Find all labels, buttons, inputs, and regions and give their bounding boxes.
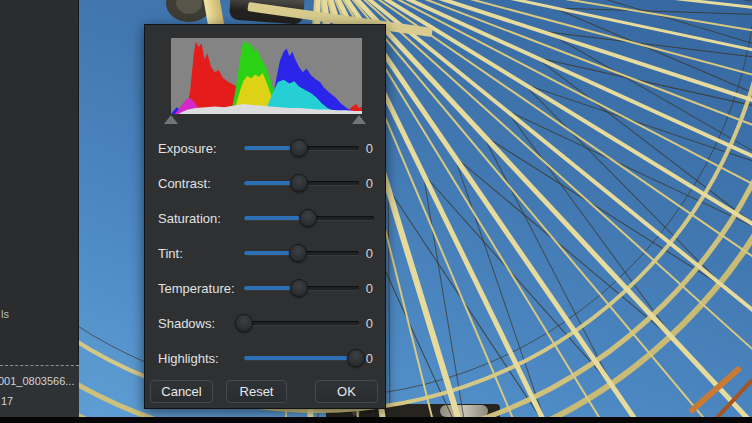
highlights-slider-label: Highlights:	[158, 351, 219, 366]
saturation-slider-knob[interactable]	[299, 209, 317, 227]
contrast-slider-value: 0	[355, 176, 373, 191]
tint-slider[interactable]	[244, 251, 359, 255]
contrast-slider-knob[interactable]	[290, 174, 308, 192]
slider-row-shadows: Shadows:0	[145, 313, 387, 333]
tint-slider-knob[interactable]	[289, 244, 307, 262]
sidebar-partial-label: ls	[1, 308, 9, 320]
exposure-slider-label: Exposure:	[158, 141, 217, 156]
shadows-slider-knob[interactable]	[235, 314, 253, 332]
white-point-handle[interactable]	[352, 115, 366, 124]
contrast-slider[interactable]	[244, 181, 359, 185]
ok-button[interactable]: OK	[315, 380, 378, 403]
cancel-button[interactable]: Cancel	[150, 380, 213, 403]
reset-button[interactable]: Reset	[226, 380, 287, 403]
exposure-slider-knob[interactable]	[290, 139, 308, 157]
slider-row-temperature: Temperature:0	[145, 278, 387, 298]
highlights-slider[interactable]	[244, 356, 359, 360]
contrast-slider-label: Contrast:	[158, 176, 211, 191]
histogram	[171, 38, 362, 114]
sidebar-panel: ls 001_0803566... 17	[0, 0, 79, 417]
exposure-slider[interactable]	[244, 146, 359, 150]
sidebar-file-entry[interactable]: 001_0803566... 17	[0, 365, 79, 417]
file-name: 001_0803566...	[0, 375, 74, 387]
temperature-slider-value: 0	[355, 281, 373, 296]
highlights-slider-fill	[244, 356, 356, 360]
saturation-slider-label: Saturation:	[158, 211, 221, 226]
shadows-slider-value: 0	[355, 316, 373, 331]
window-bottom-edge	[0, 417, 752, 423]
shadows-slider[interactable]	[244, 321, 359, 325]
shadows-slider-label: Shadows:	[158, 316, 215, 331]
app-window: ls 001_0803566... 17 Exposure:0Contrast:…	[0, 0, 752, 423]
tint-slider-value: 0	[355, 246, 373, 261]
temperature-slider-knob[interactable]	[290, 279, 308, 297]
slider-row-contrast: Contrast:0	[145, 173, 387, 193]
temperature-slider[interactable]	[244, 286, 359, 290]
tint-slider-label: Tint:	[158, 246, 183, 261]
slider-row-tint: Tint:0	[145, 243, 387, 263]
slider-row-exposure: Exposure:0	[145, 138, 387, 158]
black-point-handle[interactable]	[164, 115, 178, 124]
file-meta: 17	[1, 395, 13, 407]
exposure-slider-value: 0	[355, 141, 373, 156]
temperature-slider-label: Temperature:	[158, 281, 235, 296]
saturation-slider[interactable]	[244, 216, 374, 220]
adjust-colors-dialog: Exposure:0Contrast:0Saturation:Tint:0Tem…	[144, 24, 386, 409]
slider-row-saturation: Saturation:	[145, 208, 387, 228]
highlights-slider-value: 0	[355, 351, 373, 366]
slider-row-highlights: Highlights:0	[145, 348, 387, 368]
